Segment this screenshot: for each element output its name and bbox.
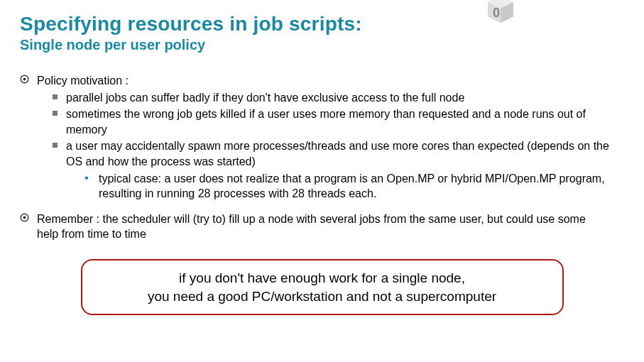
body-text: a user may accidentally spawn more proce… — [66, 140, 609, 168]
circle-dot-icon — [20, 213, 30, 222]
list-item: sometimes the wrong job gets killed if a… — [53, 106, 610, 137]
body-text: sometimes the wrong job gets killed if a… — [58, 106, 610, 137]
body-text: Policy motivation : — [37, 75, 129, 87]
svg-marker-12 — [488, 0, 513, 9]
slide-subtitle: Single node per user policy — [20, 37, 624, 53]
callout-line: if you don't have enough work for a sing… — [95, 269, 550, 287]
callout-box: if you don't have enough work for a sing… — [81, 259, 564, 315]
svg-marker-15 — [488, 0, 513, 9]
body-text: typical case: a user does not realize th… — [93, 171, 610, 202]
slide-title: Specifying resources in job scripts: — [20, 13, 624, 35]
svg-marker-21 — [488, 0, 513, 9]
square-bullet-icon — [53, 94, 58, 99]
body-text: parallel jobs can suffer badly if they d… — [58, 90, 610, 106]
svg-marker-9 — [488, 0, 513, 9]
dot-bullet-icon: • — [84, 172, 93, 184]
callout-line: you need a good PC/workstation and not a… — [95, 287, 550, 306]
svg-marker-0 — [488, 0, 513, 9]
square-bullet-icon — [53, 143, 58, 148]
list-item: Remember : the scheduler will (try to) f… — [20, 212, 610, 242]
svg-marker-6 — [488, 0, 513, 9]
list-item: a user may accidentally spawn more proce… — [53, 138, 610, 201]
slide-body: Policy motivation : parallel jobs can su… — [20, 73, 624, 242]
list-item: • typical case: a user does not realize … — [66, 171, 610, 202]
body-text: Remember : the scheduler will (try to) f… — [30, 212, 610, 242]
svg-marker-18 — [488, 0, 513, 9]
circle-dot-icon — [20, 75, 30, 84]
svg-point-25 — [23, 78, 26, 81]
svg-point-27 — [23, 216, 26, 219]
svg-marker-3 — [488, 0, 513, 9]
list-item: parallel jobs can suffer badly if they d… — [53, 90, 610, 106]
square-bullet-icon — [53, 111, 58, 116]
list-item: Policy motivation : parallel jobs can su… — [20, 73, 610, 202]
